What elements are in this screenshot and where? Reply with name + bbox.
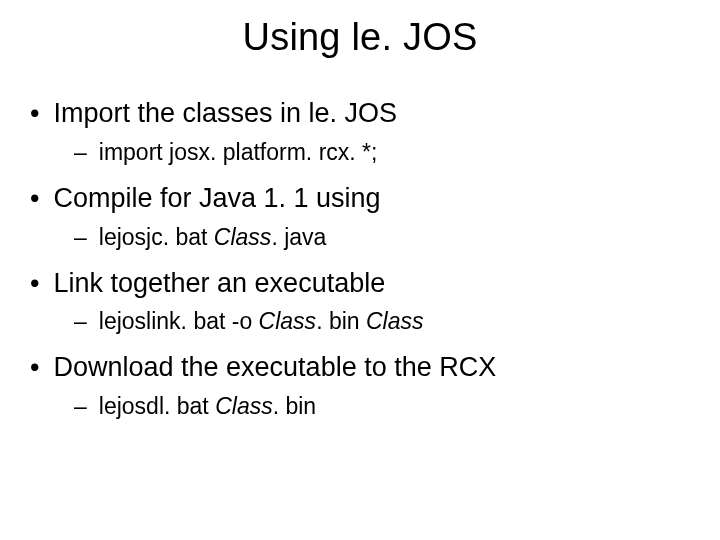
bullet-level-1: Link together an executable [30, 267, 690, 301]
sub-bullet-text: lejosdl. bat Class. bin [99, 391, 316, 422]
bullet-text: Link together an executable [53, 267, 385, 301]
bullet-level-2: lejoslink. bat -o Class. bin Class [74, 306, 690, 337]
text-segment: lejosdl. bat [99, 393, 215, 419]
text-segment: . java [271, 224, 326, 250]
bullet-level-2: lejosdl. bat Class. bin [74, 391, 690, 422]
slide: Using le. JOS Import the classes in le. … [0, 0, 720, 540]
bullet-text: Download the executable to the RCX [53, 351, 496, 385]
list-item: Download the executable to the RCX lejos… [30, 351, 690, 422]
slide-title: Using le. JOS [30, 16, 690, 59]
list-item: Link together an executable lejoslink. b… [30, 267, 690, 338]
list-item: Import the classes in le. JOS import jos… [30, 97, 690, 168]
text-segment: . bin [316, 308, 366, 334]
bullet-list: Import the classes in le. JOS import jos… [30, 97, 690, 422]
text-segment: import josx. platform. rcx. *; [99, 139, 378, 165]
bullet-level-2: lejosjc. bat Class. java [74, 222, 690, 253]
sub-bullet-text: lejoslink. bat -o Class. bin Class [99, 306, 424, 337]
text-segment: . bin [273, 393, 316, 419]
bullet-text: Compile for Java 1. 1 using [53, 182, 380, 216]
bullet-level-1: Download the executable to the RCX [30, 351, 690, 385]
bullet-level-1: Import the classes in le. JOS [30, 97, 690, 131]
text-segment: Class [366, 308, 424, 334]
list-item: Compile for Java 1. 1 using lejosjc. bat… [30, 182, 690, 253]
bullet-level-2: import josx. platform. rcx. *; [74, 137, 690, 168]
bullet-level-1: Compile for Java 1. 1 using [30, 182, 690, 216]
text-segment: lejoslink. bat -o [99, 308, 259, 334]
text-segment: lejosjc. bat [99, 224, 214, 250]
text-segment: Class [259, 308, 317, 334]
sub-bullet-text: import josx. platform. rcx. *; [99, 137, 378, 168]
bullet-text: Import the classes in le. JOS [53, 97, 397, 131]
sub-bullet-text: lejosjc. bat Class. java [99, 222, 327, 253]
text-segment: Class [214, 224, 272, 250]
text-segment: Class [215, 393, 273, 419]
